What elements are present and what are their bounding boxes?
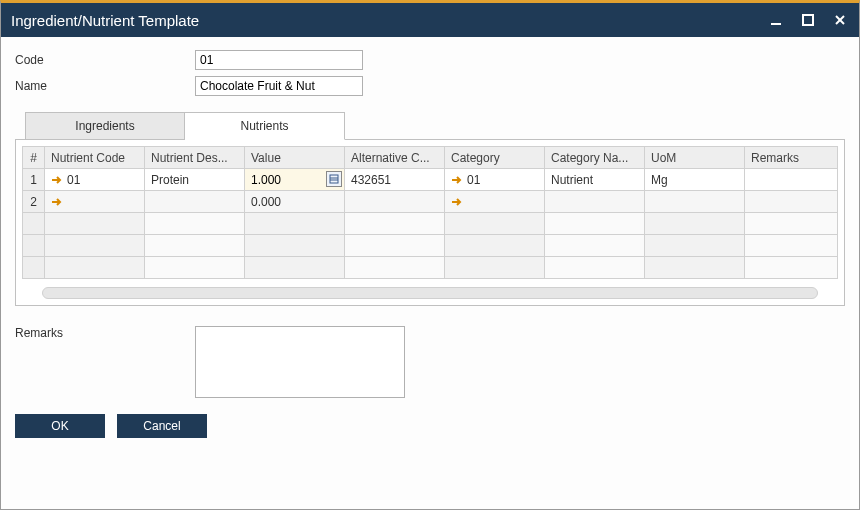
cancel-button[interactable]: Cancel	[117, 414, 207, 438]
code-row: Code	[15, 49, 845, 71]
footer-buttons: OK Cancel	[15, 414, 845, 438]
svg-rect-1	[803, 15, 813, 25]
name-row: Name	[15, 75, 845, 97]
name-input[interactable]	[195, 76, 363, 96]
table-row-empty	[23, 235, 838, 257]
lookup-icon[interactable]	[326, 171, 342, 187]
code-label: Code	[15, 53, 195, 67]
remarks-cell[interactable]	[745, 169, 838, 191]
rownum-cell: 2	[23, 191, 45, 213]
remarks-cell[interactable]	[745, 191, 838, 213]
col-category[interactable]: Category	[445, 147, 545, 169]
nutrients-grid: # Nutrient Code Nutrient Des... Value Al…	[22, 146, 838, 279]
table-row-empty	[23, 257, 838, 279]
col-category-name[interactable]: Category Na...	[545, 147, 645, 169]
alt-code-cell[interactable]: 432651	[345, 169, 445, 191]
titlebar: Ingredient/Nutrient Template	[1, 3, 859, 37]
value-cell-plain[interactable]: 0.000	[245, 191, 345, 213]
table-row[interactable]: 2 0.000	[23, 191, 838, 213]
uom-cell[interactable]	[645, 191, 745, 213]
category-cell[interactable]: 01	[445, 169, 545, 191]
col-nutrient-code[interactable]: Nutrient Code	[45, 147, 145, 169]
nutrient-code-text: 01	[67, 173, 80, 187]
name-label: Name	[15, 79, 195, 93]
col-value[interactable]: Value	[245, 147, 345, 169]
minimize-icon[interactable]	[767, 11, 785, 29]
category-text: 01	[467, 173, 480, 187]
horizontal-scrollbar[interactable]	[42, 287, 818, 299]
alt-code-cell[interactable]	[345, 191, 445, 213]
link-arrow-icon[interactable]	[51, 175, 63, 185]
tab-nutrients[interactable]: Nutrients	[185, 112, 345, 140]
remarks-textarea[interactable]	[195, 326, 405, 398]
table-row[interactable]: 1 01 Protein	[23, 169, 838, 191]
grid-header-row: # Nutrient Code Nutrient Des... Value Al…	[23, 147, 838, 169]
category-name-cell[interactable]: Nutrient	[545, 169, 645, 191]
window: Ingredient/Nutrient Template Code Name I…	[0, 0, 860, 510]
col-uom[interactable]: UoM	[645, 147, 745, 169]
category-cell[interactable]	[445, 191, 545, 213]
nutrient-code-cell[interactable]: 01	[45, 169, 145, 191]
col-rownum[interactable]: #	[23, 147, 45, 169]
col-remarks[interactable]: Remarks	[745, 147, 838, 169]
window-title: Ingredient/Nutrient Template	[11, 12, 767, 29]
svg-rect-4	[330, 175, 338, 183]
tabs: Ingredients Nutrients	[25, 111, 845, 139]
nutrient-code-cell[interactable]	[45, 191, 145, 213]
window-controls	[767, 11, 849, 29]
uom-cell[interactable]: Mg	[645, 169, 745, 191]
nutrient-desc-cell[interactable]	[145, 191, 245, 213]
grid-panel: # Nutrient Code Nutrient Des... Value Al…	[15, 139, 845, 306]
remarks-row: Remarks	[15, 326, 845, 398]
col-alt-code[interactable]: Alternative C...	[345, 147, 445, 169]
code-input[interactable]	[195, 50, 363, 70]
tabs-container: Ingredients Nutrients # Nutrient Code Nu…	[15, 111, 845, 306]
value-cell[interactable]	[245, 169, 345, 191]
ok-button[interactable]: OK	[15, 414, 105, 438]
close-icon[interactable]	[831, 11, 849, 29]
col-nutrient-desc[interactable]: Nutrient Des...	[145, 147, 245, 169]
table-row-empty	[23, 213, 838, 235]
category-name-cell[interactable]	[545, 191, 645, 213]
content-area: Code Name Ingredients Nutrients	[1, 37, 859, 509]
link-arrow-icon[interactable]	[451, 197, 463, 207]
link-arrow-icon[interactable]	[451, 175, 463, 185]
maximize-icon[interactable]	[799, 11, 817, 29]
nutrient-desc-cell[interactable]: Protein	[145, 169, 245, 191]
link-arrow-icon[interactable]	[51, 197, 63, 207]
rownum-cell: 1	[23, 169, 45, 191]
tab-ingredients[interactable]: Ingredients	[25, 112, 185, 140]
remarks-label: Remarks	[15, 326, 195, 398]
